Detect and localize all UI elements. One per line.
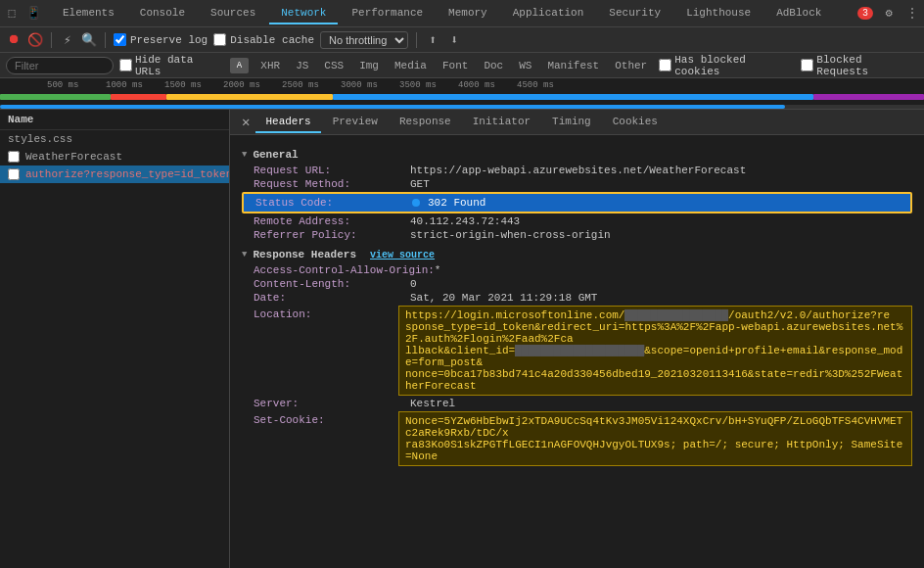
general-arrow: ▼	[242, 150, 247, 160]
timeline-marker-1500: 1500 ms	[164, 80, 202, 90]
hide-data-urls-input[interactable]	[119, 59, 132, 71]
blocked-requests-checkbox[interactable]: Blocked Requests	[801, 54, 918, 77]
timeline-scrollbar[interactable]	[0, 105, 924, 109]
detail-tab-response[interactable]: Response	[390, 112, 461, 133]
filter-icon[interactable]: ⚡	[60, 32, 75, 48]
filter-tag-js[interactable]: JS	[290, 59, 314, 72]
detail-close-btn[interactable]: ✕	[238, 110, 254, 134]
import-icon[interactable]: ⬆	[425, 32, 440, 48]
hide-data-urls-label: Hide data URLs	[135, 54, 224, 77]
network-toolbar: ⏺ 🚫 ⚡ 🔍 Preserve log Disable cache No th…	[0, 27, 924, 53]
tab-lighthouse[interactable]: Lighthouse	[674, 3, 762, 24]
main-tab-bar: ⬚ 📱 Elements Console Sources Network Per…	[0, 0, 924, 27]
filter-tag-other[interactable]: Other	[609, 59, 653, 72]
acao-row: Access-Control-Allow-Origin: *	[242, 264, 912, 276]
filter-tags: XHR JS CSS Img Media Font Doc WS Manifes…	[254, 59, 653, 72]
tab-security[interactable]: Security	[597, 3, 672, 24]
filter-tag-xhr[interactable]: XHR	[254, 59, 286, 72]
request-checkbox-weather[interactable]	[8, 151, 20, 163]
has-blocked-cookies-checkbox[interactable]: Has blocked cookies	[659, 54, 795, 77]
preserve-log-checkbox[interactable]: Preserve log	[114, 33, 208, 46]
general-section-header[interactable]: ▼ General	[242, 149, 912, 161]
request-item-weatherforecast[interactable]: WeatherForecast	[0, 148, 229, 166]
content-length-label: Content-Length:	[254, 278, 410, 290]
tab-adblock[interactable]: AdBlock	[764, 3, 833, 24]
filter-tag-doc[interactable]: Doc	[478, 59, 509, 72]
timeline-marker-4000: 4000 ms	[458, 80, 495, 90]
blocked-requests-input[interactable]	[801, 59, 813, 71]
disable-cache-input[interactable]	[213, 33, 226, 46]
filter-input[interactable]	[6, 57, 114, 74]
tab-sources[interactable]: Sources	[199, 3, 267, 24]
timeline-marker-2500: 2500 ms	[282, 80, 319, 90]
left-panel: Name styles.css WeatherForecast authoriz…	[0, 110, 230, 568]
referrer-policy-value: strict-origin-when-cross-origin	[410, 229, 611, 241]
timeline-seg-blue	[333, 94, 813, 100]
preserve-log-input[interactable]	[114, 33, 126, 46]
timeline-marker-4500: 4500 ms	[517, 80, 554, 90]
set-cookie-row: Set-Cookie: Nonce=5YZw6HbEbwIj2xTDA9UCcS…	[242, 411, 912, 466]
request-url-value: https://app-webapi.azurewebsites.net/Wea…	[410, 165, 746, 176]
filter-tag-manifest[interactable]: Manifest	[541, 59, 605, 72]
search-icon[interactable]: 🔍	[81, 32, 97, 48]
tab-performance[interactable]: Performance	[340, 3, 435, 24]
date-label: Date:	[254, 292, 410, 304]
status-dot	[412, 199, 420, 207]
filter-tag-ws[interactable]: WS	[513, 59, 537, 72]
timeline-seg-red	[111, 94, 166, 100]
detail-tab-cookies[interactable]: Cookies	[603, 112, 668, 133]
filter-tag-img[interactable]: Img	[353, 59, 385, 72]
timeline-scrollbar-thumb	[0, 105, 785, 109]
has-blocked-cookies-input[interactable]	[659, 59, 671, 71]
export-icon[interactable]: ⬇	[446, 32, 462, 48]
tab-memory[interactable]: Memory	[437, 3, 499, 24]
clear-btn[interactable]: 🚫	[27, 32, 43, 48]
status-code-text: 302 Found	[428, 197, 485, 209]
set-cookie-label: Set-Cookie:	[242, 411, 398, 466]
inspect-icon[interactable]: ⬚	[4, 6, 20, 22]
status-code-value: 302 Found	[412, 197, 485, 209]
request-item-authorize[interactable]: authorize?response_type=id_token&r...	[0, 166, 229, 183]
filter-tag-font[interactable]: Font	[437, 59, 474, 72]
location-label: Location:	[242, 306, 398, 396]
general-title: General	[253, 149, 298, 161]
hide-data-urls-checkbox[interactable]: Hide data URLs	[119, 54, 224, 77]
date-value: Sat, 20 Mar 2021 11:29:18 GMT	[410, 292, 597, 304]
detail-tab-preview[interactable]: Preview	[323, 112, 388, 133]
tab-console[interactable]: Console	[128, 3, 197, 24]
devtools-icons: ⬚ 📱	[4, 6, 41, 22]
timeline-bars	[0, 92, 924, 102]
detail-tab-initiator[interactable]: Initiator	[463, 112, 540, 133]
content-length-value: 0	[410, 278, 417, 290]
timeline-ruler: 500 ms 1000 ms 1500 ms 2000 ms 2500 ms 3…	[0, 78, 924, 92]
device-icon[interactable]: 📱	[25, 6, 41, 22]
record-stop-btn[interactable]: ⏺	[6, 32, 22, 48]
view-source-link[interactable]: view source	[370, 250, 435, 260]
tab-application[interactable]: Application	[501, 3, 596, 24]
request-checkbox-authorize[interactable]	[8, 168, 20, 180]
timeline[interactable]: 500 ms 1000 ms 1500 ms 2000 ms 2500 ms 3…	[0, 78, 924, 110]
detail-tab-headers[interactable]: Headers	[255, 112, 320, 133]
tab-network[interactable]: Network	[269, 3, 338, 24]
has-blocked-cookies-label: Has blocked cookies	[674, 54, 795, 77]
disable-cache-checkbox[interactable]: Disable cache	[213, 33, 314, 46]
more-icon[interactable]: ⋮	[904, 6, 920, 22]
location-row: Location: https://login.microsoftonline.…	[242, 306, 912, 396]
request-item-styles[interactable]: styles.css	[0, 130, 229, 148]
tab-elements[interactable]: Elements	[51, 3, 126, 24]
acao-value: *	[435, 264, 441, 276]
filter-icon-a[interactable]: A	[230, 58, 250, 73]
response-headers-section-header[interactable]: ▼ Response Headers view source	[242, 249, 912, 260]
settings-icon[interactable]: ⚙	[881, 6, 897, 22]
timeline-marker-1000: 1000 ms	[106, 80, 143, 90]
timeline-marker-3000: 3000 ms	[341, 80, 378, 90]
filter-tag-css[interactable]: CSS	[318, 59, 349, 72]
throttle-select[interactable]: No throttling	[320, 31, 408, 49]
timeline-marker-3500: 3500 ms	[399, 80, 437, 90]
filter-tag-media[interactable]: Media	[389, 59, 433, 72]
response-headers-arrow: ▼	[242, 250, 247, 260]
timeline-seg-yellow	[166, 94, 333, 100]
detail-tab-timing[interactable]: Timing	[542, 112, 601, 133]
status-code-label: Status Code:	[255, 197, 412, 209]
tab-bar-right: 3 ⚙ ⋮	[857, 6, 920, 22]
